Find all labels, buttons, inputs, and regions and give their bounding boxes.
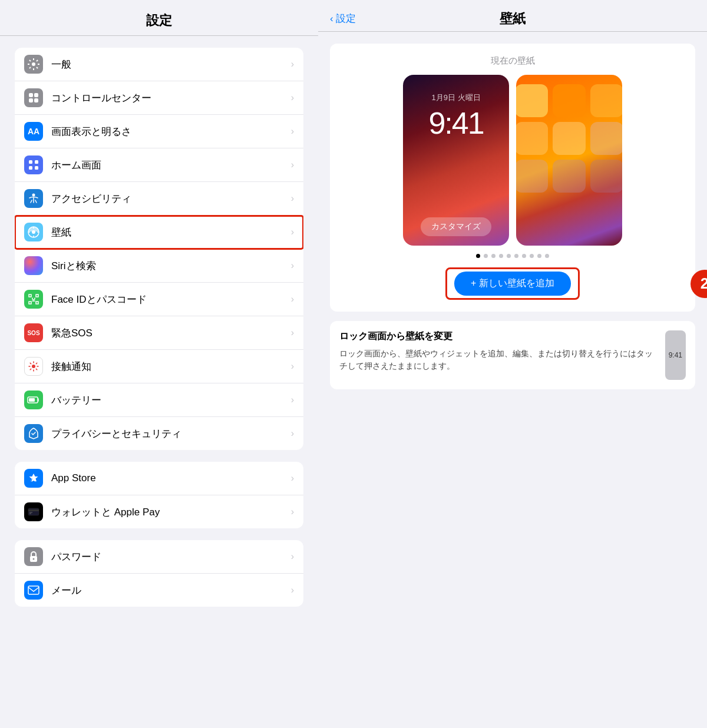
appstore-chevron: › [291, 473, 294, 484]
dot-6 [514, 254, 518, 258]
home-row-3 [522, 160, 616, 193]
home-screen-chevron: › [291, 160, 294, 170]
svg-rect-15 [36, 302, 38, 304]
settings-item-password[interactable]: パスワード › [15, 540, 303, 574]
dot-2 [484, 254, 488, 258]
svg-point-9 [32, 194, 35, 197]
settings-item-accessibility[interactable]: アクセシビリティ › [15, 182, 303, 216]
dot-10 [545, 254, 549, 258]
settings-item-sos[interactable]: SOS 緊急SOS › [15, 316, 303, 350]
home-row-1 [522, 84, 616, 117]
svg-rect-3 [29, 98, 33, 102]
settings-item-siri[interactable]: Siriと検索 › [15, 249, 303, 283]
sos-chevron: › [291, 327, 294, 338]
password-label: パスワード [51, 550, 291, 564]
privacy-icon [24, 424, 43, 443]
svg-point-23 [33, 558, 35, 560]
svg-rect-2 [34, 93, 38, 97]
lock-screen-preview[interactable]: 1月9日 火曜日 9:41 カスタマイズ [403, 75, 509, 246]
control-center-label: コントロールセンター [51, 91, 291, 105]
settings-item-privacy[interactable]: プライバシーとセキュリティ › [15, 417, 303, 450]
home-app-2 [553, 84, 586, 117]
add-wallpaper-button[interactable]: + 新しい壁紙を追加 [454, 272, 571, 296]
accessibility-chevron: › [291, 193, 294, 204]
settings-item-home-screen[interactable]: ホーム画面 › [15, 148, 303, 182]
current-wallpaper-label: 現在の壁紙 [342, 55, 683, 67]
settings-item-battery[interactable]: バッテリー › [15, 383, 303, 417]
privacy-chevron: › [291, 428, 294, 439]
lock-time: 9:41 [428, 105, 483, 141]
home-row-2 [522, 122, 616, 155]
mail-icon [24, 581, 43, 600]
mail-chevron: › [291, 585, 294, 595]
exposure-icon [24, 357, 43, 376]
control-center-icon [24, 88, 43, 107]
password-icon [24, 547, 43, 566]
settings-item-appstore[interactable]: A App Store › [15, 462, 303, 495]
settings-group-2: A App Store › ウォレットと Apple Pay › [15, 462, 303, 528]
settings-item-exposure[interactable]: 接触通知 › [15, 350, 303, 383]
display-icon: AA [24, 122, 43, 141]
svg-rect-4 [34, 98, 38, 102]
dot-5 [507, 254, 511, 258]
battery-icon [24, 391, 43, 409]
settings-item-control-center[interactable]: コントロールセンター › [15, 81, 303, 115]
svg-rect-8 [35, 166, 38, 170]
dot-8 [530, 254, 534, 258]
wallpaper-panel: ‹ 設定 壁紙 現在の壁紙 1月9日 火曜日 9:41 カスタマイズ [318, 0, 707, 728]
step-2-circle: 2 [691, 270, 707, 298]
svg-rect-24 [28, 586, 39, 594]
svg-rect-20 [28, 508, 39, 515]
add-wallpaper-wrapper: + 新しい壁紙を追加 2 [342, 267, 683, 300]
home-app-3 [590, 84, 622, 117]
svg-rect-13 [36, 294, 38, 297]
home-app-8 [553, 160, 586, 193]
general-chevron: › [291, 59, 294, 70]
header-inner: ‹ 設定 壁紙 [330, 12, 695, 25]
settings-group-3: パスワード › メール › [15, 540, 303, 607]
home-app-9 [590, 160, 622, 193]
settings-item-faceid[interactable]: Face IDとパスコード › [15, 283, 303, 316]
customize-label[interactable]: カスタマイズ [421, 217, 491, 236]
settings-item-wallpaper[interactable]: 壁紙 › 1 [15, 216, 303, 249]
battery-label: バッテリー [51, 393, 291, 407]
svg-rect-1 [29, 93, 33, 97]
svg-rect-18 [29, 398, 35, 402]
privacy-label: プライバシーとセキュリティ [51, 427, 291, 441]
settings-item-general[interactable]: 一般 › [15, 48, 303, 81]
wallet-icon [24, 502, 43, 521]
siri-icon [24, 256, 43, 275]
general-icon [24, 55, 43, 74]
home-app-4 [516, 122, 548, 155]
wallet-chevron: › [291, 507, 294, 517]
info-text: ロック画面から壁紙を変更 ロック画面から、壁紙やウィジェットを追加、編集、または… [339, 330, 656, 372]
settings-group-1: 一般 › コントロールセンター › AA 画面表示と明るさ › ホーム画面 › [15, 48, 303, 450]
wallpaper-pagination [342, 254, 683, 258]
home-screen-icon [24, 155, 43, 174]
back-label: 設定 [336, 12, 356, 25]
home-app-7 [516, 160, 548, 193]
accessibility-icon [24, 189, 43, 208]
svg-rect-12 [29, 294, 31, 297]
add-wallpaper-border: + 新しい壁紙を追加 [445, 267, 580, 300]
dot-3 [491, 254, 495, 258]
settings-item-mail[interactable]: メール › [15, 574, 303, 607]
svg-point-0 [32, 62, 35, 66]
wallpaper-chevron: › [291, 227, 294, 237]
settings-item-wallet[interactable]: ウォレットと Apple Pay › [15, 495, 303, 528]
home-screen-preview[interactable] [516, 75, 622, 246]
phone-time: 9:41 [669, 351, 682, 359]
general-label: 一般 [51, 58, 291, 71]
dot-1 [476, 254, 480, 258]
exposure-label: 接触通知 [51, 360, 291, 373]
appstore-icon: A [24, 469, 43, 488]
lock-screen-info-card: ロック画面から壁紙を変更 ロック画面から、壁紙やウィジェットを追加、編集、または… [330, 321, 695, 389]
settings-item-display[interactable]: AA 画面表示と明るさ › [15, 115, 303, 148]
sos-label: 緊急SOS [51, 326, 291, 340]
phone-preview: 9:41 [665, 330, 686, 380]
svg-rect-5 [29, 160, 32, 164]
password-chevron: › [291, 551, 294, 562]
back-button[interactable]: ‹ 設定 [330, 12, 356, 25]
settings-panel: 設定 一般 › コントロールセンター › AA 画面表示と明るさ › [0, 0, 318, 728]
battery-chevron: › [291, 395, 294, 405]
